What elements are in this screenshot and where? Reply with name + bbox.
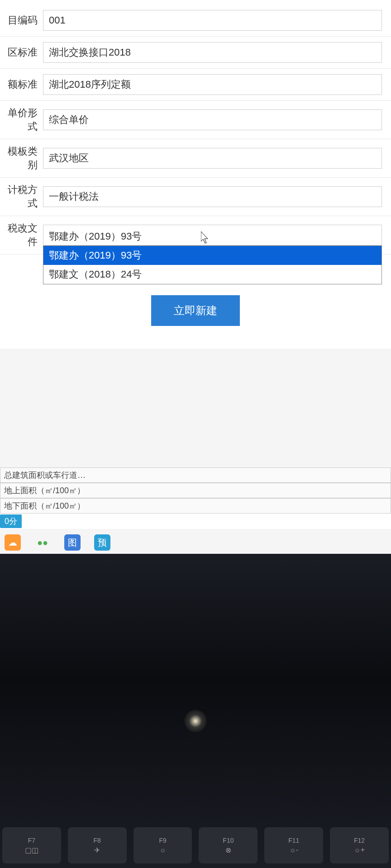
input-price-form[interactable] xyxy=(43,109,382,130)
form-row-tax-document: 税改文件 鄂建办（2019）93号 鄂建办（2019）93号 鄂建文（2018）… xyxy=(0,216,391,255)
function-keys-row: F7▢◫ F8✈ F9☼ F10⊗ F11☼- F12☼+ xyxy=(0,827,391,863)
form-row-price-form: 单价形式 xyxy=(0,101,391,139)
score-badge: 0分 xyxy=(0,514,22,528)
score-row: 0分 xyxy=(0,514,391,529)
taskbar-app-icon-4[interactable]: 预 xyxy=(94,534,110,551)
fn-key-f10: F10⊗ xyxy=(199,827,257,863)
input-tax-method[interactable] xyxy=(43,186,382,207)
label-tax-method: 计税方式 xyxy=(0,183,43,210)
webcam-icon xyxy=(184,710,207,732)
bottom-info-section: 总建筑面积或车行道… 地上面积（㎡/100㎡） 地下面积（㎡/100㎡） 0分 xyxy=(0,467,391,529)
label-project-code: 目编码 xyxy=(0,14,43,27)
form-row-quota-standard: 额标准 xyxy=(0,69,391,101)
form-container: 目编码 区标准 额标准 单价形式 模板类别 计税方式 税改文件 鄂建办（2019… xyxy=(0,0,391,349)
taskbar-app-icon-3[interactable]: 图 xyxy=(64,534,81,551)
info-row-above-ground: 地上面积（㎡/100㎡） xyxy=(0,483,391,498)
taskbar-wechat-icon[interactable]: ●● xyxy=(34,534,51,551)
fn-key-f7: F7▢◫ xyxy=(2,827,61,863)
form-row-region-standard: 区标准 xyxy=(0,37,391,69)
create-button[interactable]: 立即新建 xyxy=(151,295,240,326)
input-quota-standard[interactable] xyxy=(43,74,382,95)
laptop-bezel: F7▢◫ F8✈ F9☼ F10⊗ F11☼- F12☼+ xyxy=(0,554,391,868)
label-region-standard: 区标准 xyxy=(0,46,43,59)
label-price-form: 单价形式 xyxy=(0,106,43,133)
input-template-category[interactable] xyxy=(43,148,382,169)
fn-key-f11: F11☼- xyxy=(264,827,323,863)
dropdown-option-1[interactable]: 鄂建办（2019）93号 xyxy=(43,246,381,265)
dropdown-tax-document: 鄂建办（2019）93号 鄂建文（2018）24号 xyxy=(43,245,382,284)
label-template-category: 模板类别 xyxy=(0,145,43,172)
label-tax-document: 税改文件 xyxy=(0,222,43,249)
input-project-code[interactable] xyxy=(43,10,382,31)
label-quota-standard: 额标准 xyxy=(0,78,43,91)
taskbar: ☁ ●● 图 预 xyxy=(0,531,391,554)
fn-key-f12: F12☼+ xyxy=(330,827,389,863)
dropdown-option-2[interactable]: 鄂建文（2018）24号 xyxy=(43,265,381,284)
form-row-tax-method: 计税方式 xyxy=(0,178,391,216)
info-row-total-area: 总建筑面积或车行道… xyxy=(0,467,391,483)
form-row-template-category: 模板类别 xyxy=(0,139,391,178)
select-wrapper-tax-document: 鄂建办（2019）93号 鄂建办（2019）93号 鄂建文（2018）24号 xyxy=(43,225,382,245)
taskbar-app-icon-1[interactable]: ☁ xyxy=(5,534,21,551)
select-tax-document[interactable]: 鄂建办（2019）93号 xyxy=(43,225,382,245)
fn-key-f9: F9☼ xyxy=(134,827,192,863)
info-row-below-ground: 地下面积（㎡/100㎡） xyxy=(0,498,391,514)
form-row-project-code: 目编码 xyxy=(0,5,391,37)
input-region-standard[interactable] xyxy=(43,42,382,63)
fn-key-f8: F8✈ xyxy=(68,827,127,863)
